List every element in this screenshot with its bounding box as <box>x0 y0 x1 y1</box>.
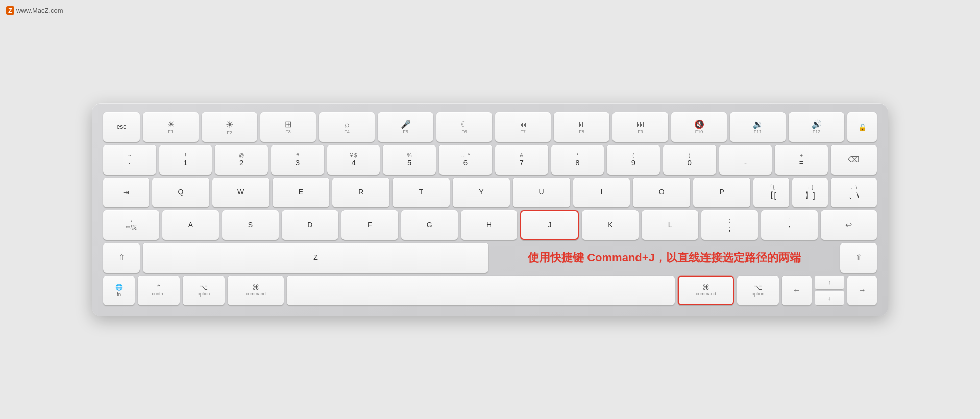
volume-down-icon: 🔉 <box>753 119 763 129</box>
key-f[interactable]: F <box>341 210 398 240</box>
key-h[interactable]: H <box>461 210 518 240</box>
command-right-icon: ⌘ <box>702 283 709 291</box>
key-3-bot: 3 <box>296 158 300 167</box>
function-row: esc ☀ F1 ☀ F2 ⊞ F3 ⌕ F4 🎤 F5 <box>103 112 877 142</box>
key-caps[interactable]: • 中/英 <box>103 210 159 240</box>
key-s[interactable]: S <box>222 210 279 240</box>
key-command-left[interactable]: ⌘ command <box>228 276 284 305</box>
key-f10[interactable]: 🔇 F10 <box>671 112 727 142</box>
key-d[interactable]: D <box>282 210 338 240</box>
key-f8[interactable]: ⏯ F8 <box>554 112 609 142</box>
key-fn[interactable]: 🌐 fn <box>103 276 135 305</box>
key-e-label: E <box>299 188 303 196</box>
key-f12[interactable]: 🔊 F12 <box>789 112 844 142</box>
key-r[interactable]: R <box>332 178 389 207</box>
bottom-row: 🌐 fn ⌃ control ⌥ option ⌘ command ⌘ comm… <box>103 276 877 305</box>
key-lock[interactable]: 🔒 <box>847 112 877 142</box>
key-equals[interactable]: + = <box>775 145 828 175</box>
key-y[interactable]: Y <box>453 178 510 207</box>
backspace-icon: ⌫ <box>848 155 860 164</box>
key-command-right[interactable]: ⌘ command <box>678 276 734 305</box>
key-l[interactable]: L <box>642 210 698 240</box>
key-f1[interactable]: ☀ F1 <box>143 112 199 142</box>
key-g[interactable]: G <box>401 210 458 240</box>
zxcv-row: ⇧ Z 使用快捷键 Command+J，以直线连接选定路径的两端 ⇧ <box>103 243 877 273</box>
key-p[interactable]: P <box>693 178 750 207</box>
key-6-bot: 6 <box>463 158 468 167</box>
key-arrow-down[interactable]: ↓ <box>815 291 844 305</box>
key-0[interactable]: ) 0 <box>663 145 716 175</box>
key-semicolon[interactable]: : ; <box>701 210 758 240</box>
key-7-bot: 7 <box>519 158 523 167</box>
key-space[interactable] <box>287 276 675 305</box>
key-7[interactable]: & 7 <box>495 145 548 175</box>
key-f3[interactable]: ⊞ F3 <box>260 112 316 142</box>
key-f7[interactable]: ⏮ F7 <box>495 112 551 142</box>
key-lbracket[interactable]: 「{ 【[ <box>753 178 789 207</box>
key-fn-label: fn <box>117 291 121 297</box>
key-z[interactable]: Z <box>143 243 488 273</box>
key-shift-right[interactable]: ⇧ <box>840 243 877 273</box>
key-f5[interactable]: 🎤 F5 <box>378 112 433 142</box>
key-k-label: K <box>608 220 612 229</box>
key-w[interactable]: W <box>212 178 270 207</box>
key-k[interactable]: K <box>582 210 639 240</box>
key-1[interactable]: ! 1 <box>159 145 212 175</box>
key-caps-label: 中/英 <box>126 224 137 231</box>
key-f2-label: F2 <box>227 130 232 135</box>
control-icon: ⌃ <box>156 283 162 291</box>
key-option-right-label: option <box>752 291 765 297</box>
key-s-label: S <box>248 220 253 229</box>
key-minus[interactable]: — - <box>719 145 772 175</box>
key-a[interactable]: A <box>162 210 219 240</box>
key-backslash[interactable]: 、\ 、\ <box>831 178 877 207</box>
key-i[interactable]: I <box>573 178 630 207</box>
key-a-label: A <box>188 220 193 229</box>
dictation-icon: 🎤 <box>401 119 411 129</box>
key-arrow-right[interactable]: → <box>847 276 877 305</box>
shift-right-icon: ⇧ <box>855 253 862 262</box>
key-command-left-label: command <box>246 291 266 297</box>
key-2[interactable]: @ 2 <box>215 145 268 175</box>
key-shift-left[interactable]: ⇧ <box>103 243 140 273</box>
key-tab[interactable]: ⇥ <box>103 178 149 207</box>
key-backtick[interactable]: ~ · <box>103 145 156 175</box>
key-6[interactable]: … ^ 6 <box>439 145 492 175</box>
key-3[interactable]: # 3 <box>271 145 324 175</box>
key-9[interactable]: ( 9 <box>607 145 660 175</box>
key-backspace[interactable]: ⌫ <box>831 145 877 175</box>
key-u[interactable]: U <box>513 178 570 207</box>
key-option-left[interactable]: ⌥ option <box>183 276 225 305</box>
key-enter[interactable]: ↩ <box>821 210 877 240</box>
key-q-label: Q <box>178 188 183 196</box>
key-rbracket[interactable]: 」} 】] <box>792 178 828 207</box>
key-t[interactable]: T <box>393 178 450 207</box>
brightness-high-icon: ☀ <box>226 119 234 130</box>
key-4[interactable]: ¥ $ 4 <box>327 145 380 175</box>
key-o[interactable]: O <box>633 178 690 207</box>
key-f4[interactable]: ⌕ F4 <box>319 112 375 142</box>
key-f11[interactable]: 🔉 F11 <box>730 112 786 142</box>
number-row: ~ · ! 1 @ 2 # 3 <box>103 145 877 175</box>
tab-icon: ⇥ <box>123 188 129 196</box>
key-option-right[interactable]: ⌥ option <box>737 276 779 305</box>
key-control[interactable]: ⌃ control <box>138 276 180 305</box>
key-q[interactable]: Q <box>152 178 209 207</box>
key-e[interactable]: E <box>273 178 330 207</box>
key-f2[interactable]: ☀ F2 <box>202 112 257 142</box>
key-8[interactable]: * 8 <box>551 145 604 175</box>
key-f6[interactable]: ☾ F6 <box>436 112 492 142</box>
key-arrow-left[interactable]: ← <box>782 276 812 305</box>
key-equals-top: + <box>800 153 803 158</box>
keyboard: esc ☀ F1 ☀ F2 ⊞ F3 ⌕ F4 🎤 F5 <box>92 103 888 316</box>
key-quote[interactable]: " ' <box>761 210 818 240</box>
key-esc[interactable]: esc <box>103 112 140 142</box>
key-0-top: ) <box>689 153 690 158</box>
key-arrow-up[interactable]: ↑ <box>815 276 844 290</box>
key-f9[interactable]: ⏭ F9 <box>612 112 668 142</box>
key-j[interactable]: J <box>520 210 579 240</box>
spotlight-icon: ⌕ <box>345 120 350 129</box>
key-backtick-top: ~ <box>128 153 131 158</box>
keyboard-rows: esc ☀ F1 ☀ F2 ⊞ F3 ⌕ F4 🎤 F5 <box>103 112 877 305</box>
key-5[interactable]: % 5 <box>383 145 436 175</box>
